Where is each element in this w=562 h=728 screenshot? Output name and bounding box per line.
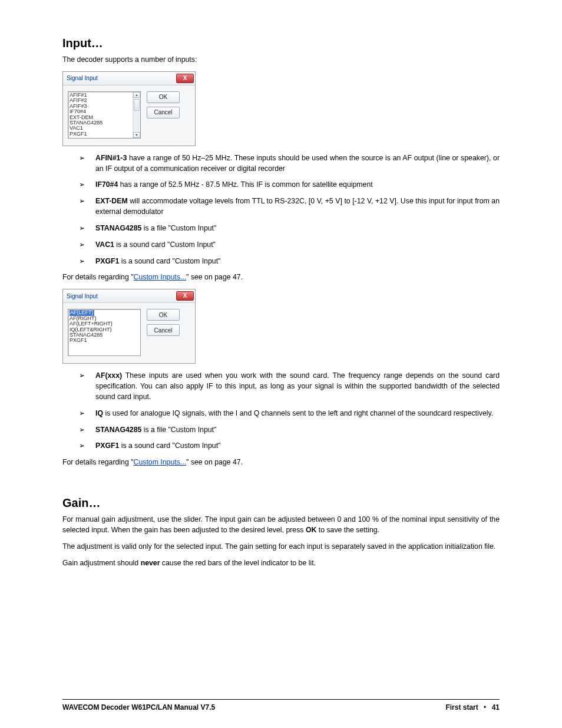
gain-paragraph-2: The adjustment is valid only for the sel… — [62, 542, 500, 552]
item-label: IQ — [95, 409, 103, 417]
input-listbox[interactable]: AFIF#1 AFIF#2 AFIF#3 IF70#4 EXT-DEM STAN… — [68, 91, 141, 139]
item-label: EXT-DEM — [95, 197, 128, 205]
details-suffix: " see on page 47. — [186, 273, 243, 281]
list-item: STANAG4285 is a file "Custom Input" — [95, 425, 500, 436]
list-item: STANAG4285 is a file "Custom Input" — [95, 223, 500, 234]
heading-gain: Gain… — [62, 496, 500, 510]
details-suffix: " see on page 47. — [186, 458, 243, 466]
footer-dot: • — [484, 703, 486, 711]
dialog-body: AFIF#1 AFIF#2 AFIF#3 IF70#4 EXT-DEM STAN… — [63, 85, 195, 146]
scroll-up-icon[interactable]: ▲ — [133, 92, 140, 98]
item-label: STANAG4285 — [95, 426, 141, 434]
close-icon[interactable]: X — [176, 291, 194, 301]
custom-inputs-link[interactable]: Custom Inputs... — [134, 458, 187, 466]
list-item: AF(xxx) These inputs are used when you w… — [95, 371, 500, 402]
page-footer: WAVECOM Decoder W61PC/LAN Manual V7.5 Fi… — [62, 699, 500, 711]
list-item: IF70#4 has a range of 52.5 MHz - 87.5 MH… — [95, 180, 500, 190]
scroll-thumb[interactable] — [134, 99, 140, 111]
input-description-list-1: AFIN#1-3 have a range of 50 Hz–25 MHz. T… — [62, 153, 500, 267]
details-paragraph-1: For details regarding "Custom Inputs..."… — [62, 272, 500, 283]
close-icon[interactable]: X — [176, 74, 194, 83]
gain-p3-never: never — [141, 559, 160, 567]
details-paragraph-2: For details regarding "Custom Inputs..."… — [62, 457, 500, 468]
gain-p3c: cause the red bars of the level indicato… — [160, 559, 316, 567]
footer-page-number: 41 — [492, 703, 500, 711]
heading-input: Input… — [62, 37, 500, 50]
gain-p3a: Gain adjustment should — [62, 559, 141, 567]
signal-input-dialog-2: Signal Input X AF(LEFT) AF(RIGHT) AF(LEF… — [62, 289, 196, 364]
dialog-button-group: OK Cancel — [147, 309, 180, 356]
item-label: PXGF1 — [95, 442, 119, 450]
dialog-titlebar: Signal Input X — [63, 72, 195, 85]
document-page: Input… The decoder supports a number of … — [0, 0, 562, 728]
list-item: IQ is used for analogue IQ signals, with… — [95, 409, 500, 419]
item-label: AFIN#1-3 — [95, 154, 127, 162]
item-text: is a file "Custom Input" — [141, 426, 216, 434]
dialog-body: AF(LEFT) AF(RIGHT) AF(LEFT+RIGHT) IQ(LEF… — [63, 303, 195, 363]
dialog-titlebar: Signal Input X — [63, 289, 195, 303]
item-text: is used for analogue IQ signals, with th… — [103, 409, 493, 417]
list-item[interactable]: PXGF1 — [70, 131, 140, 137]
footer-right: First start • 41 — [445, 703, 500, 711]
item-label: PXGF1 — [95, 257, 119, 265]
list-item: EXT-DEM will accommodate voltage levels … — [95, 196, 500, 218]
footer-section: First start — [445, 703, 478, 711]
dialog-title-text: Signal Input — [67, 293, 98, 299]
list-item: AFIN#1-3 have a range of 50 Hz–25 MHz. T… — [95, 153, 500, 174]
cancel-button[interactable]: Cancel — [147, 107, 180, 118]
item-text: These inputs are used when you work with… — [95, 371, 500, 401]
list-item: VAC1 is a sound card "Custom Input" — [95, 240, 500, 251]
scroll-track[interactable] — [133, 98, 140, 132]
list-item: PXGF1 is a sound card "Custom Input" — [95, 441, 500, 452]
gain-paragraph-1: For manual gain adjustment, use the slid… — [62, 515, 500, 536]
scrollbar[interactable]: ▲ ▼ — [133, 92, 140, 138]
gain-p1a: For manual gain adjustment, use the slid… — [62, 515, 500, 534]
gain-paragraph-3: Gain adjustment should never cause the r… — [62, 558, 500, 569]
item-label: STANAG4285 — [95, 224, 141, 232]
item-text: has a range of 52.5 MHz - 87.5 MHz. This… — [118, 180, 372, 189]
scroll-down-icon[interactable]: ▼ — [133, 132, 140, 138]
list-item: PXGF1 is a sound card "Custom Input" — [95, 256, 500, 267]
cancel-button[interactable]: Cancel — [147, 324, 180, 336]
item-text: is a sound card "Custom Input" — [119, 442, 220, 450]
item-text: is a sound card "Custom Input" — [119, 257, 220, 265]
gain-p1-ok: OK — [306, 526, 316, 534]
item-text: is a sound card "Custom Input" — [114, 241, 216, 249]
details-prefix: For details regarding " — [62, 458, 134, 466]
intro-input: The decoder supports a number of inputs: — [62, 55, 500, 65]
item-text: will accommodate voltage levels from TTL… — [95, 197, 500, 216]
gain-p1c: to save the setting. — [316, 526, 379, 534]
signal-input-dialog-1: Signal Input X AFIF#1 AFIF#2 AFIF#3 IF70… — [62, 71, 196, 146]
input-description-list-2: AF(xxx) These inputs are used when you w… — [62, 371, 500, 452]
list-item[interactable]: PXGF1 — [70, 338, 140, 343]
custom-inputs-link[interactable]: Custom Inputs... — [134, 273, 187, 281]
item-label: IF70#4 — [95, 180, 118, 189]
input-listbox[interactable]: AF(LEFT) AF(RIGHT) AF(LEFT+RIGHT) IQ(LEF… — [68, 309, 141, 356]
footer-left: WAVECOM Decoder W61PC/LAN Manual V7.5 — [62, 703, 215, 711]
ok-button[interactable]: OK — [147, 91, 180, 103]
item-text: have a range of 50 Hz–25 MHz. These inpu… — [95, 154, 500, 173]
item-text: is a file "Custom Input" — [141, 224, 216, 232]
item-label: VAC1 — [95, 241, 114, 249]
dialog-button-group: OK Cancel — [147, 91, 180, 139]
item-label: AF(xxx) — [95, 371, 122, 380]
dialog-title-text: Signal Input — [67, 75, 98, 81]
details-prefix: For details regarding " — [62, 273, 134, 281]
ok-button[interactable]: OK — [147, 309, 180, 321]
